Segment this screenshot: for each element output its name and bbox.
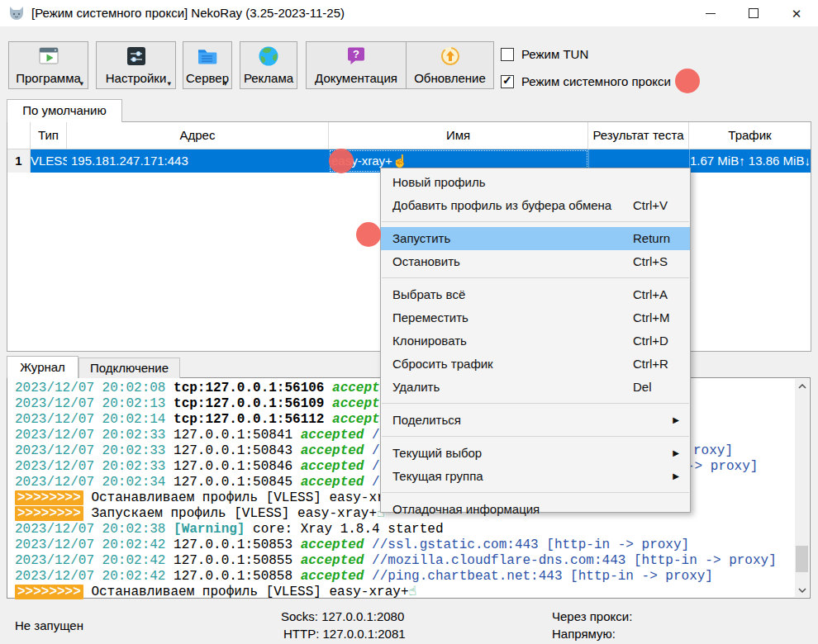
minimize-button[interactable] <box>689 0 732 26</box>
tun-mode-checkbox[interactable] <box>501 48 514 61</box>
log-segment: //mozilla.cloudflare-dns.com:443 [http-i… <box>372 553 777 568</box>
menu-item-delete[interactable]: УдалитьDel <box>381 376 690 399</box>
scroll-up-button[interactable] <box>795 379 809 393</box>
log-line-tail: roxy] <box>693 443 733 459</box>
submenu-arrow-icon: ▶ <box>673 409 679 432</box>
ads-icon <box>240 45 297 69</box>
toolbar-button-ads[interactable]: Реклама <box>240 41 297 89</box>
log-segment: 2023/12/07 20:02:42 <box>15 537 174 552</box>
log-segment: 2023/12/07 20:02:13 <box>15 396 174 411</box>
menu-item-share[interactable]: Поделиться▶ <box>381 409 690 432</box>
column-header-type[interactable]: Тип <box>31 122 67 149</box>
toolbar-button-label: Настройки <box>97 71 175 85</box>
menu-separator <box>381 488 690 498</box>
toolbar-button-program[interactable]: Программа▾ <box>8 41 88 89</box>
log-segment: / <box>364 443 379 458</box>
scrollbar-thumb[interactable] <box>796 546 808 572</box>
toolbar-button-update[interactable]: Обновление <box>406 41 494 89</box>
tab-log[interactable]: Журнал <box>7 356 78 378</box>
log-segment: tcp:127.0.0.1:56109 <box>174 396 332 411</box>
tab-connections[interactable]: Подключение <box>78 358 180 378</box>
column-header-name[interactable]: Имя <box>329 122 588 149</box>
menu-item-run[interactable]: ЗапуститьReturn <box>381 227 690 250</box>
menu-item-label: Поделиться <box>392 413 461 427</box>
scroll-down-button[interactable] <box>795 583 809 597</box>
log-segment: 2023/12/07 20:02:33 <box>15 459 174 474</box>
toolbar-button-settings[interactable]: Настройки▾ <box>96 41 176 89</box>
cell-traffic: 1.67 MiB↑ 13.86 MiB↓ <box>689 149 811 173</box>
menu-item-add-profile-from-clipboard[interactable]: Добавить профиль из буфера обменаCtrl+V <box>381 194 690 217</box>
menu-item-select-all[interactable]: Выбрать всёCtrl+A <box>381 283 690 306</box>
menu-item-label: Остановить <box>392 254 460 268</box>
log-segment: core: Xray 1.8.4 started <box>253 522 443 537</box>
toolbar-button-docs[interactable]: ?Документация <box>306 41 407 89</box>
log-segment: accepted <box>301 553 372 568</box>
hand-pointer-icon: ☝ <box>408 585 416 599</box>
log-line: 2023/12/07 20:02:42 127.0.0.1:50853 acce… <box>15 537 793 553</box>
log-segment: tcp:127.0.0.1:56112 <box>174 412 332 427</box>
chevron-up-icon <box>798 384 806 389</box>
log-segment: accepted <box>301 537 372 552</box>
log-segment: 2023/12/07 20:02:42 <box>15 553 174 568</box>
menu-item-clone[interactable]: КлонироватьCtrl+D <box>381 329 690 353</box>
window-title: [Режим системного прокси] NekoRay (3.25-… <box>31 0 345 26</box>
log-segment: accepted <box>301 475 364 490</box>
status-state: Не запущен <box>15 618 83 632</box>
menu-item-shortcut: Del <box>633 376 652 399</box>
menu-item-stop[interactable]: ОстановитьCtrl+S <box>381 250 690 273</box>
toolbar-button-label: Программа <box>9 71 88 85</box>
table-header: Тип Адрес Имя Результат теста Трафик <box>7 122 811 149</box>
close-icon: ✕ <box>792 7 802 20</box>
log-segment: / <box>364 428 379 443</box>
context-menu: Новый профильДобавить профиль из буфера … <box>380 168 691 513</box>
menu-item-current-group[interactable]: Текущая группа▶ <box>381 465 690 488</box>
maximize-button[interactable] <box>732 0 775 26</box>
tun-mode-row: Режим TUN <box>501 47 588 62</box>
log-segment: 2023/12/07 20:02:34 <box>15 475 174 490</box>
group-tab-default[interactable]: По умолчанию <box>7 99 122 122</box>
status-direct: Напрямую: <box>552 627 616 641</box>
log-segment: 127.0.0.1:50855 <box>174 553 301 568</box>
log-line: 2023/12/07 20:02:42 127.0.0.1:50855 acce… <box>15 553 793 569</box>
menu-separator <box>381 432 690 442</box>
maximize-icon <box>749 8 759 18</box>
log-segment: 2023/12/07 20:02:38 <box>15 522 174 537</box>
system-proxy-checkbox[interactable] <box>501 75 514 88</box>
menu-item-current-select[interactable]: Текущий выбор▶ <box>381 442 690 465</box>
system-proxy-row: Режим системного прокси <box>501 74 671 89</box>
log-segment: 2023/12/07 20:02:42 <box>15 569 174 584</box>
toolbar-button-server[interactable]: Сервер▾ <box>183 41 232 89</box>
log-line: 2023/12/07 20:02:38 [Warning] core: Xray… <box>15 522 793 537</box>
log-scrollbar[interactable] <box>795 379 809 597</box>
log-segment: Запускаем профиль [VLESS] easy-xray+ <box>83 506 377 521</box>
log-segment: Останавливаем профиль [VLESS] easy-xray+ <box>83 490 409 505</box>
menu-item-move[interactable]: ПереместитьCtrl+M <box>381 306 690 329</box>
column-header-traffic[interactable]: Трафик <box>689 122 811 149</box>
close-button[interactable]: ✕ <box>775 0 818 26</box>
menu-item-label: Сбросить трафик <box>392 357 493 371</box>
menu-item-new-profile[interactable]: Новый профиль <box>381 171 690 194</box>
menu-separator <box>381 399 690 409</box>
log-line: 2023/12/07 20:02:42 127.0.0.1:50858 acce… <box>15 569 793 585</box>
tun-mode-label: Режим TUN <box>521 47 588 62</box>
menu-item-debug-info[interactable]: Отладочная информация <box>381 498 690 521</box>
menu-item-label: Удалить <box>392 380 440 394</box>
server-icon <box>183 45 231 69</box>
log-segment: 127.0.0.1:50858 <box>174 569 301 584</box>
column-header-test-result[interactable]: Результат теста <box>588 122 689 149</box>
log-segment: tcp:127.0.0.1:56106 <box>174 381 332 395</box>
menu-item-shortcut: Ctrl+S <box>633 250 668 273</box>
menu-item-shortcut: Ctrl+R <box>633 353 668 376</box>
log-segment: 2023/12/07 20:02:14 <box>15 412 174 427</box>
status-bar: Не запущен Socks: 127.0.0.1:2080 HTTP: 1… <box>0 599 818 644</box>
menu-item-label: Отладочная информация <box>392 502 540 516</box>
dropdown-arrow-icon: ▾ <box>167 79 171 88</box>
menu-item-reset-traffic[interactable]: Сбросить трафикCtrl+R <box>381 353 690 376</box>
log-segment: / <box>364 459 379 474</box>
log-badge-icon: >>>>>>>> <box>15 506 83 521</box>
column-header-address[interactable]: Адрес <box>67 122 329 149</box>
status-socks: Socks: 127.0.0.1:2080 <box>281 609 404 623</box>
log-badge-icon: >>>>>>>> <box>15 490 83 505</box>
menu-item-shortcut: Ctrl+M <box>633 306 670 329</box>
menu-item-shortcut: Ctrl+A <box>633 283 668 306</box>
